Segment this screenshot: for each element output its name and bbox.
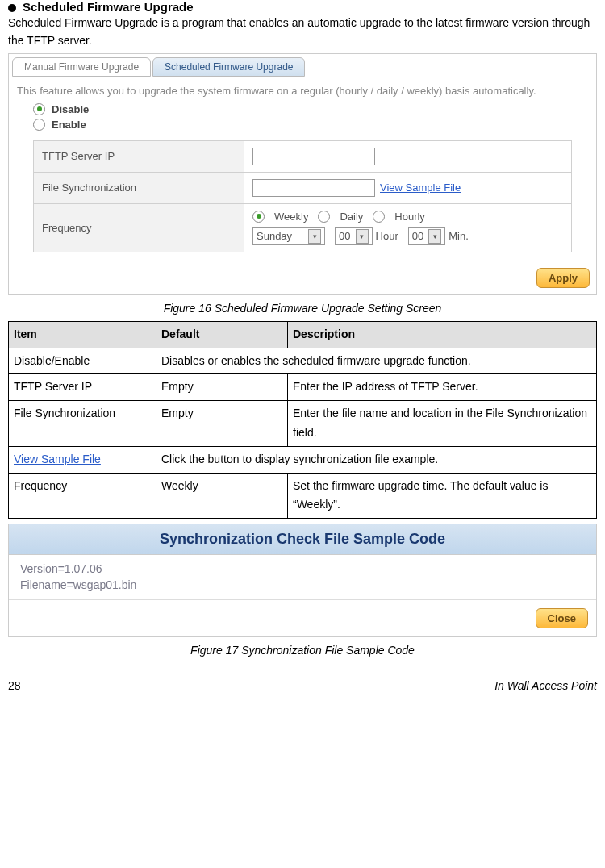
radio-unselected-icon <box>373 211 385 223</box>
sample-footer: Close <box>9 599 596 636</box>
apply-button[interactable]: Apply <box>536 268 590 288</box>
row-label-filesync: File Synchronization <box>34 172 244 203</box>
settings-table: TFTP Server IP File Synchronization View… <box>33 140 572 252</box>
select-value: 00 <box>412 230 424 242</box>
cell-item: Disable/Enable <box>9 348 156 374</box>
radio-unselected-icon <box>318 211 330 223</box>
cell-default: Empty <box>156 401 288 447</box>
freq-daily-radio[interactable]: Daily <box>318 211 363 223</box>
freq-label: Daily <box>340 211 363 223</box>
section-description: Scheduled Firmware Upgrade is a program … <box>8 14 597 50</box>
table-row: TFTP Server IP Empty Enter the IP addres… <box>9 374 597 401</box>
section-heading: Scheduled Firmware Upgrade <box>8 0 597 14</box>
row-label-frequency: Frequency <box>34 203 244 252</box>
book-title: In Wall Access Point <box>494 679 597 692</box>
page-footer: 28 In Wall Access Point <box>0 663 605 700</box>
radio-selected-icon <box>33 103 45 115</box>
sample-header: Synchronization Check File Sample Code <box>9 524 596 555</box>
close-button[interactable]: Close <box>536 608 588 628</box>
chevron-down-icon: ▾ <box>308 229 321 244</box>
cell-default: Weekly <box>156 473 288 519</box>
select-value: Sunday <box>257 230 292 242</box>
cell-desc: Disables or enables the scheduled firmwa… <box>156 348 597 374</box>
tab-manual-firmware[interactable]: Manual Firmware Upgrade <box>12 57 151 77</box>
tab-scheduled-firmware[interactable]: Scheduled Firmware Upgrade <box>152 57 305 77</box>
sample-line1: Version=1.07.06 <box>20 561 585 578</box>
cell-desc: Enter the file name and location in the … <box>288 401 597 447</box>
sample-line2: Filename=wsgap01.bin <box>20 578 585 594</box>
table-row: File Synchronization Empty Enter the fil… <box>9 401 597 447</box>
table-row: Frequency Weekly Set the firmware upgrad… <box>9 473 597 519</box>
min-label: Min. <box>449 230 469 242</box>
sample-code-box: Synchronization Check File Sample Code V… <box>8 524 597 637</box>
page-number: 28 <box>8 679 21 692</box>
header-default: Default <box>156 321 288 348</box>
radio-disable-row[interactable]: Disable <box>9 102 596 117</box>
chevron-down-icon: ▾ <box>428 229 441 244</box>
hour-label: Hour <box>376 230 398 242</box>
bullet-icon <box>8 4 16 12</box>
sample-body: Version=1.07.06 Filename=wsgap01.bin <box>9 555 596 599</box>
freq-label: Weekly <box>274 211 308 223</box>
button-label: Close <box>548 612 576 624</box>
freq-day-select[interactable]: Sunday ▾ <box>252 227 325 245</box>
radio-label: Enable <box>52 119 86 131</box>
section-title: Scheduled Firmware Upgrade <box>23 0 194 14</box>
tab-label: Manual Firmware Upgrade <box>24 61 139 73</box>
radio-label: Disable <box>52 103 89 115</box>
cell-default: Empty <box>156 374 288 401</box>
radio-selected-icon <box>252 211 265 223</box>
screenshot-scheduled-upgrade: Manual Firmware Upgrade Scheduled Firmwa… <box>8 53 597 295</box>
figure-caption-16: Figure 16 Scheduled Firmware Upgrade Set… <box>8 302 597 315</box>
cell-desc: Set the firmware upgrade time. The defau… <box>288 473 597 519</box>
row-value-tftp <box>244 140 572 172</box>
description-table: Item Default Description Disable/Enable … <box>8 321 597 519</box>
radio-unselected-icon <box>33 119 45 131</box>
header-description: Description <box>288 321 597 348</box>
view-sample-link[interactable]: View Sample File <box>380 182 461 194</box>
chevron-down-icon: ▾ <box>356 229 369 244</box>
freq-min-select[interactable]: 00 ▾ <box>408 227 445 245</box>
feature-description: This feature allows you to upgrade the s… <box>9 77 596 102</box>
radio-enable-row[interactable]: Enable <box>9 117 596 132</box>
tab-label: Scheduled Firmware Upgrade <box>165 61 293 73</box>
cell-item: TFTP Server IP <box>9 374 156 401</box>
freq-hourly-radio[interactable]: Hourly <box>373 211 425 223</box>
tftp-input[interactable] <box>252 148 375 165</box>
table-row: Disable/Enable Disables or enables the s… <box>9 348 597 374</box>
row-value-filesync: View Sample File <box>244 172 572 203</box>
button-label: Apply <box>549 272 578 284</box>
cell-desc: Enter the IP address of TFTP Server. <box>288 374 597 401</box>
cell-item: Frequency <box>9 473 156 519</box>
apply-row: Apply <box>9 261 596 294</box>
cell-item-view-sample: View Sample File <box>9 446 156 473</box>
row-label-tftp: TFTP Server IP <box>34 140 244 172</box>
figure-caption-17: Figure 17 Synchronization File Sample Co… <box>8 644 597 657</box>
table-row: View Sample File Click the button to dis… <box>9 446 597 473</box>
cell-item: File Synchronization <box>9 401 156 447</box>
freq-hour-select[interactable]: 00 ▾ <box>335 227 372 245</box>
row-value-frequency: Weekly Daily Hourly Sunday <box>244 203 572 252</box>
freq-weekly-radio[interactable]: Weekly <box>252 211 308 223</box>
cell-desc: Click the button to display synchronizat… <box>156 446 597 473</box>
header-item: Item <box>9 321 156 348</box>
tabs-bar: Manual Firmware Upgrade Scheduled Firmwa… <box>9 54 596 77</box>
filesync-input[interactable] <box>252 179 375 197</box>
select-value: 00 <box>339 230 350 242</box>
freq-label: Hourly <box>394 211 425 223</box>
